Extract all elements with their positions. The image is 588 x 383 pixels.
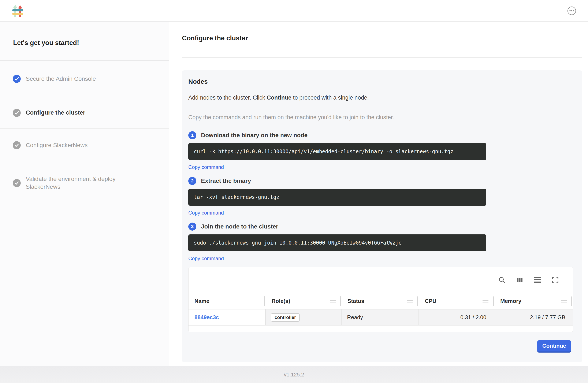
main-content: Configure the cluster Nodes Add nodes to…	[169, 21, 588, 366]
sidebar-item-label: Secure the Admin Console	[26, 75, 96, 83]
version-label: v1.125.2	[284, 372, 304, 378]
nodes-intro: Add nodes to the cluster. Click Continue…	[188, 94, 576, 101]
sidebar-title: Let's get you started!	[0, 21, 169, 61]
table-search-button[interactable]	[498, 276, 506, 284]
check-circle-pending-icon	[13, 141, 21, 149]
drag-handle-icon[interactable]	[483, 300, 488, 302]
sidebar-item-configure-slackernews: Configure SlackerNews	[0, 128, 169, 162]
ellipsis-circle-icon	[567, 13, 576, 16]
drag-handle-icon[interactable]	[330, 300, 336, 302]
column-header-name: Name	[189, 293, 266, 309]
column-resize-handle[interactable]	[340, 296, 341, 306]
cell-node-name: 8849ec3c	[189, 309, 266, 325]
table-fullscreen-button[interactable]	[551, 276, 559, 284]
footer: v1.125.2	[0, 366, 588, 383]
check-circle-pending-icon	[13, 109, 21, 117]
copy-command-link[interactable]: Copy command	[188, 255, 224, 261]
check-circle-complete-icon	[13, 75, 21, 83]
column-header-roles: Role(s)	[266, 293, 341, 309]
step-2-header: 2 Extract the binary	[188, 177, 576, 185]
copy-command-link[interactable]: Copy command	[188, 210, 224, 216]
top-nav	[0, 0, 588, 21]
sidebar-item-configure-cluster: Configure the cluster	[0, 97, 169, 128]
step-3-header: 3 Join the node to the cluster	[188, 223, 576, 231]
step-title: Extract the binary	[201, 178, 251, 184]
column-header-status: Status	[341, 293, 419, 309]
column-resize-handle[interactable]	[417, 296, 418, 306]
page-title: Configure the cluster	[182, 34, 582, 42]
copy-command-link[interactable]: Copy command	[188, 164, 224, 170]
more-menu-button[interactable]	[567, 6, 576, 15]
step-number-badge: 1	[188, 131, 196, 139]
sidebar-item-secure-admin-console: Secure the Admin Console	[0, 61, 169, 97]
drag-handle-icon[interactable]	[407, 300, 413, 302]
table-toolbar	[189, 267, 573, 293]
view-columns-icon	[516, 281, 524, 284]
command-text: curl -k https://10.0.0.11:30000/api/v1/e…	[194, 149, 453, 154]
step-1-header: 1 Download the binary on the new node	[188, 131, 576, 139]
slackernews-logo-icon	[12, 4, 23, 17]
density-icon	[534, 281, 541, 284]
command-text: tar -xvf slackernews-gnu.tgz	[194, 194, 279, 200]
card-actions: Continue	[188, 340, 576, 353]
command-box-download[interactable]: curl -k https://10.0.0.11:30000/api/v1/e…	[188, 143, 486, 160]
setup-steps-sidebar: Let's get you started! Secure the Admin …	[0, 21, 169, 366]
column-header-memory: Memory	[494, 293, 573, 309]
continue-button[interactable]: Continue	[537, 340, 571, 353]
search-icon	[498, 281, 506, 284]
sidebar-item-label: Configure the cluster	[26, 109, 85, 117]
step-title: Join the node to the cluster	[201, 223, 278, 230]
nodes-heading: Nodes	[188, 78, 576, 85]
node-name-link[interactable]: 8849ec3c	[194, 314, 219, 321]
column-resize-handle[interactable]	[264, 296, 265, 306]
title-divider	[182, 57, 582, 58]
table-header-row: Name Role(s) Status CPU	[189, 293, 573, 309]
command-box-extract[interactable]: tar -xvf slackernews-gnu.tgz	[188, 189, 486, 206]
sidebar-item-label: Validate the environment & deploy Slacke…	[26, 175, 148, 191]
column-header-cpu: CPU	[419, 293, 494, 309]
copy-instruction: Copy the commands and run them on the ma…	[188, 114, 576, 121]
table-row: 8849ec3c controller Ready 0.31 / 2.00 2.…	[189, 309, 573, 325]
command-text: sudo ./slackernews-gnu join 10.0.0.11:30…	[194, 240, 401, 246]
check-circle-pending-icon	[13, 179, 21, 187]
cell-node-status: Ready	[341, 309, 419, 325]
cell-node-roles: controller	[266, 309, 341, 325]
drag-handle-icon[interactable]	[561, 300, 567, 302]
column-resize-handle[interactable]	[571, 296, 572, 306]
sidebar-item-label: Configure SlackerNews	[26, 141, 88, 149]
step-number-badge: 3	[188, 223, 196, 231]
step-title: Download the binary on the new node	[201, 132, 308, 139]
column-resize-handle[interactable]	[493, 296, 494, 306]
command-box-join[interactable]: sudo ./slackernews-gnu join 10.0.0.11:30…	[188, 234, 486, 251]
step-number-badge: 2	[188, 177, 196, 185]
fullscreen-icon	[551, 281, 559, 284]
cell-node-cpu: 0.31 / 2.00	[419, 309, 494, 325]
table-columns-button[interactable]	[516, 276, 524, 284]
nodes-table: Name Role(s) Status CPU	[188, 267, 573, 332]
sidebar-item-validate-deploy: Validate the environment & deploy Slacke…	[0, 162, 169, 204]
table-density-button[interactable]	[534, 276, 541, 284]
cell-node-memory: 2.19 / 7.77 GB	[494, 309, 573, 325]
nodes-card: Nodes Add nodes to the cluster. Click Co…	[182, 70, 582, 362]
role-chip: controller	[271, 313, 300, 322]
